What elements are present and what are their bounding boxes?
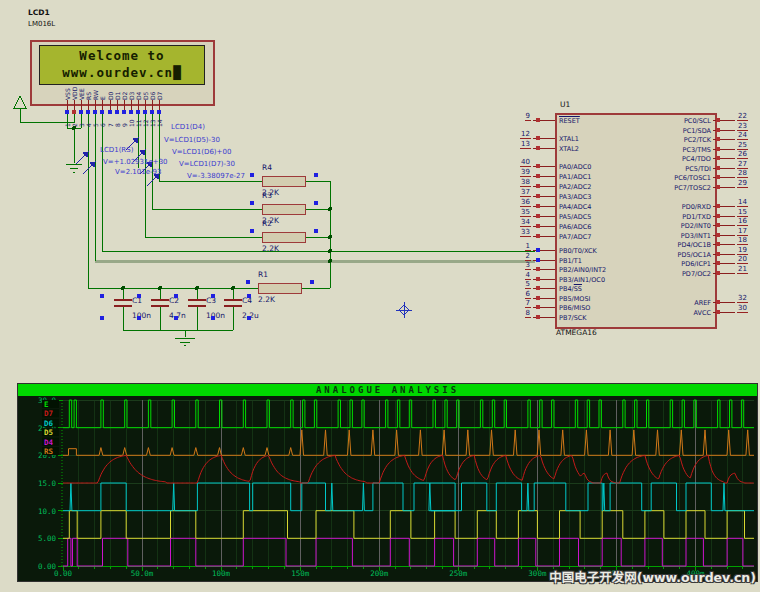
mcu-pin-square[interactable]: [536, 234, 540, 238]
mcu-pin-square[interactable]: [716, 310, 720, 314]
mcu-pin-square[interactable]: [716, 118, 720, 122]
mcu-pin-square[interactable]: [716, 271, 720, 275]
mcu-pin-label: PC0/SCL: [593, 117, 711, 125]
mcu-pin-square[interactable]: [716, 223, 720, 227]
mcu-pin-number: 34: [503, 218, 531, 226]
lcd-pin-square[interactable]: [79, 110, 83, 114]
capacitor-terminal-square[interactable]: [137, 294, 141, 298]
mcu-pin-square[interactable]: [536, 174, 540, 178]
mcu-pin-label: XTAL2: [559, 145, 579, 153]
resistor-terminal-square[interactable]: [314, 201, 318, 205]
capacitor-terminal-square[interactable]: [211, 316, 215, 320]
resistor-terminal-square[interactable]: [246, 280, 250, 284]
mcu-pin-square[interactable]: [716, 214, 720, 218]
capacitor-terminal-square[interactable]: [100, 316, 104, 320]
mcu-pin-square[interactable]: [716, 156, 720, 160]
mcu-pin-square[interactable]: [716, 252, 720, 256]
capacitor-terminal-square[interactable]: [174, 316, 178, 320]
mcu-pin-number: 2: [503, 252, 531, 260]
mcu-pin-square[interactable]: [536, 286, 540, 290]
resistor-terminal-square[interactable]: [314, 229, 318, 233]
mcu-pin-label: AREF: [593, 299, 711, 307]
lcd-pin-square[interactable]: [86, 110, 90, 114]
legend-label-RS: RS: [44, 447, 54, 456]
lcd-pin-square[interactable]: [150, 110, 154, 114]
mcu-pin-square[interactable]: [536, 315, 540, 319]
mcu-pin-square[interactable]: [536, 277, 540, 281]
trace-E: [63, 400, 754, 428]
capacitor-value: 100n: [132, 311, 151, 320]
probe-label[interactable]: V=LCD1(D7)-30: [179, 160, 235, 168]
mcu-pin-square[interactable]: [536, 224, 540, 228]
lcd-pin-square[interactable]: [122, 110, 126, 114]
mcu-pin-square[interactable]: [716, 175, 720, 179]
capacitor-terminal-square[interactable]: [211, 294, 215, 298]
resistor-terminal-square[interactable]: [314, 173, 318, 177]
mcu-pin-square[interactable]: [536, 258, 540, 262]
mcu-pin-square[interactable]: [716, 204, 720, 208]
resistor-body[interactable]: [262, 204, 306, 215]
resistor-body[interactable]: [258, 283, 302, 294]
lcd-pin-square[interactable]: [115, 110, 119, 114]
resistor-terminal-square[interactable]: [310, 280, 314, 284]
resistor-body[interactable]: [262, 232, 306, 243]
resistor-terminal-square[interactable]: [250, 201, 254, 205]
mcu-pin-square[interactable]: [716, 185, 720, 189]
lcd-pin-square[interactable]: [65, 110, 69, 114]
legend-label-D6: D6: [44, 419, 54, 428]
mcu-pin-square[interactable]: [536, 194, 540, 198]
lcd-pin-number: 5: [92, 115, 99, 127]
mcu-pin-square[interactable]: [536, 296, 540, 300]
mcu-pin-square[interactable]: [536, 204, 540, 208]
lcd-pin-square[interactable]: [93, 110, 97, 114]
mcu-pin-square[interactable]: [716, 242, 720, 246]
mcu-pin-square[interactable]: [536, 305, 540, 309]
probe-label[interactable]: V=LCD1(D6)+00: [172, 148, 231, 156]
mcu-pin-square[interactable]: [716, 128, 720, 132]
mcu-pin-label: PB6/MISO: [559, 304, 590, 312]
mcu-pin-square[interactable]: [536, 118, 540, 122]
probe-label[interactable]: LCD1(D4): [171, 123, 205, 131]
mcu-pin-square[interactable]: [536, 164, 540, 168]
probe-label[interactable]: V=-3.38097e-27: [187, 172, 245, 180]
mcu-pin-square[interactable]: [716, 137, 720, 141]
mcu-pin-square[interactable]: [716, 147, 720, 151]
capacitor-terminal-square[interactable]: [247, 294, 251, 298]
lcd-pin-square[interactable]: [157, 110, 161, 114]
y-tick-label: 10.0: [38, 507, 57, 516]
probe-label[interactable]: V=2.101e-93: [115, 168, 161, 176]
resistor-terminal-square[interactable]: [250, 229, 254, 233]
lcd-pin-square[interactable]: [136, 110, 140, 114]
probe-label[interactable]: V=LCD1(D5)-30: [164, 136, 220, 144]
capacitor-terminal-square[interactable]: [137, 316, 141, 320]
mcu-pin-square[interactable]: [716, 300, 720, 304]
mcu-pin-square[interactable]: [716, 261, 720, 265]
mcu-pin-square[interactable]: [536, 248, 540, 252]
legend-label-E: E: [44, 400, 49, 409]
lcd-pin-square[interactable]: [108, 110, 112, 114]
lcd-pin-name: VEE: [78, 72, 85, 100]
mcu-pin-square[interactable]: [716, 233, 720, 237]
resistor-body[interactable]: [262, 176, 306, 187]
mcu-pin-square[interactable]: [536, 146, 540, 150]
mcu-pin-square[interactable]: [536, 214, 540, 218]
lcd-pin-square[interactable]: [129, 110, 133, 114]
analogue-analysis-panel[interactable]: ANALOGUE ANALYSIS 0.005.0010.015.020.025…: [18, 384, 757, 581]
capacitor-terminal-square[interactable]: [247, 316, 251, 320]
mcu-pin-square[interactable]: [536, 267, 540, 271]
resistor-value: 2.2K: [262, 244, 279, 253]
mcu-pin-square[interactable]: [716, 166, 720, 170]
resistor-ref: R4: [262, 163, 272, 172]
capacitor-terminal-square[interactable]: [174, 294, 178, 298]
mcu-pin-square[interactable]: [536, 184, 540, 188]
lcd-pin-square[interactable]: [72, 110, 76, 114]
lcd-ref: LCD1: [28, 8, 50, 17]
capacitor-terminal-square[interactable]: [100, 294, 104, 298]
lcd-pin-square[interactable]: [100, 110, 104, 114]
resistor-terminal-square[interactable]: [250, 173, 254, 177]
probe-label[interactable]: LCD1(RS): [100, 146, 133, 154]
mcu-pin-square[interactable]: [536, 136, 540, 140]
waveform-plot[interactable]: 0.005.0010.015.020.025.030.00.0050.0m100…: [18, 396, 757, 581]
lcd-pin-square[interactable]: [143, 110, 147, 114]
probe-label[interactable]: V=+1.02931e+30: [103, 158, 168, 166]
